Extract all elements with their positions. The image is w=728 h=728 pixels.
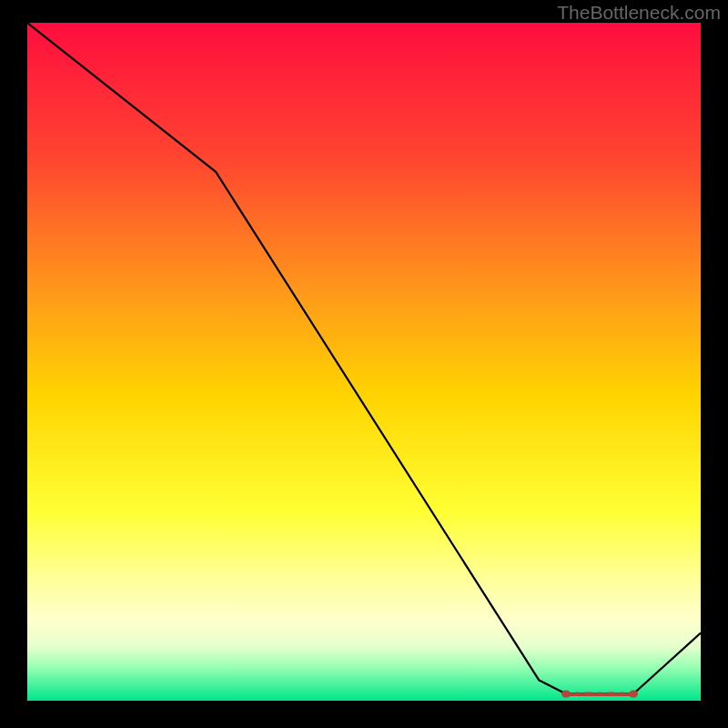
svg-point-6 — [598, 692, 602, 695]
svg-rect-7 — [607, 693, 614, 696]
plot-area — [27, 23, 701, 701]
svg-point-8 — [620, 692, 623, 695]
svg-rect-0 — [27, 23, 701, 701]
svg-point-3 — [629, 691, 638, 698]
watermark-text: TheBottleneck.com — [557, 2, 721, 24]
chart-container: TheBottleneck.com — [0, 0, 728, 728]
svg-point-4 — [575, 692, 579, 695]
svg-rect-5 — [585, 693, 592, 696]
svg-point-2 — [561, 691, 571, 698]
chart-svg — [27, 23, 701, 701]
